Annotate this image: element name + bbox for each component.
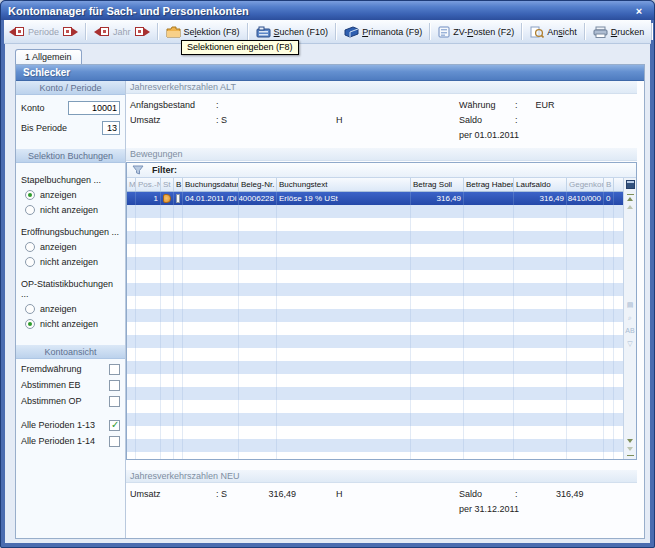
- periode-prev-button[interactable]: [9, 27, 24, 36]
- radio-option-2-1[interactable]: nicht anzeigen: [16, 319, 125, 329]
- radio-button-selected[interactable]: [25, 190, 35, 200]
- cell-gegenkonto: [567, 296, 604, 309]
- column-header-st[interactable]: St: [161, 178, 174, 191]
- zv-posten-button[interactable]: ZV-Posten (F2): [433, 20, 519, 43]
- cell-st: [161, 218, 174, 231]
- checkbox-row-1[interactable]: Abstimmen EB: [16, 379, 125, 391]
- radio-option-2-0[interactable]: anzeigen: [16, 304, 125, 314]
- column-header-b2[interactable]: B: [604, 178, 614, 191]
- empty-row: [127, 322, 623, 335]
- alt-per-date: per 01.01.2011: [459, 130, 519, 140]
- checkbox-row-2[interactable]: Abstimmen OP: [16, 395, 125, 407]
- column-header-m[interactable]: M: [127, 178, 136, 191]
- cell-text: [277, 322, 411, 335]
- column-header-gegenkonto[interactable]: Gegenkonto: [567, 178, 604, 191]
- grid-scrollbar[interactable]: ▤ ⌕ AB ▽: [623, 178, 636, 459]
- scroll-top-icon[interactable]: [627, 194, 634, 195]
- scroll-up-icon[interactable]: [627, 197, 633, 201]
- radio-button[interactable]: [25, 242, 35, 252]
- jahr-next-button[interactable]: [135, 27, 150, 36]
- checkbox-checked[interactable]: [109, 420, 120, 431]
- grid-search-icon[interactable]: ⌕: [628, 313, 632, 322]
- column-header-text[interactable]: Buchungstext: [277, 178, 411, 191]
- cell-b2: [604, 309, 614, 322]
- cell-laufsaldo: [514, 439, 567, 452]
- radio-option-1-1[interactable]: nicht anzeigen: [16, 257, 125, 267]
- checkbox-label: Fremdwährung: [21, 364, 109, 374]
- column-header-datum[interactable]: Buchungsdatum: [183, 178, 239, 191]
- filter-icon[interactable]: [132, 165, 144, 175]
- grid-layout-icon[interactable]: ▤: [627, 300, 634, 309]
- cell-beleg: [239, 348, 277, 361]
- konto-input[interactable]: [68, 101, 120, 115]
- checkbox-row-0[interactable]: Fremdwährung: [16, 363, 125, 375]
- cell-m: [127, 270, 136, 283]
- empty-row: [127, 452, 623, 459]
- empty-row: [127, 387, 623, 400]
- column-header-laufsaldo[interactable]: Laufsaldo: [514, 178, 567, 191]
- scroll-bottom-icon[interactable]: [627, 455, 634, 456]
- cell-m: [127, 400, 136, 413]
- cell-soll: [411, 270, 464, 283]
- konto-periode-header: Konto / Periode: [16, 81, 125, 95]
- radio-option-1-0[interactable]: anzeigen: [16, 242, 125, 252]
- radio-button[interactable]: [25, 304, 35, 314]
- grid-filter-funnel-icon[interactable]: ▽: [627, 339, 632, 348]
- radio-option-0-1[interactable]: nicht anzeigen: [16, 205, 125, 215]
- cell-laufsaldo: [514, 452, 567, 459]
- radio-button[interactable]: [25, 205, 35, 215]
- column-header-soll[interactable]: Betrag Soll: [411, 178, 464, 191]
- cell-laufsaldo: [514, 426, 567, 439]
- ansicht-button[interactable]: Ansicht: [525, 20, 582, 43]
- radio-option-0-0[interactable]: anzeigen: [16, 190, 125, 200]
- cell-haben: [464, 257, 514, 270]
- primanota-button[interactable]: Primanota (F9): [339, 20, 427, 43]
- cell-gegenkonto: [567, 374, 604, 387]
- cell-haben: [464, 439, 514, 452]
- drucken-button[interactable]: Drucken: [588, 20, 650, 43]
- jahr-prev-button[interactable]: [94, 27, 109, 36]
- column-header-b[interactable]: B: [174, 178, 183, 191]
- column-header-pos[interactable]: Pos.-Nr: [136, 178, 161, 191]
- cell-b: [174, 296, 183, 309]
- radio-button[interactable]: [25, 257, 35, 267]
- radio-option-label: nicht anzeigen: [40, 205, 98, 215]
- jvz-alt-block: Anfangsbestand : Umsatz : S H: [126, 94, 637, 148]
- checkbox[interactable]: [109, 396, 120, 407]
- booking-row[interactable]: 104.01.2011 /Di40006228Erlöse 19 % USt31…: [127, 192, 623, 205]
- radio-button-selected[interactable]: [25, 319, 35, 329]
- alt-umsatz-prefix: : S: [216, 115, 240, 125]
- checkbox-row-4[interactable]: Alle Perioden 1-14: [16, 435, 125, 447]
- periode-next-button[interactable]: [63, 27, 78, 36]
- scroll-down-icon[interactable]: [627, 439, 633, 443]
- scroll-page-up-icon[interactable]: [627, 205, 633, 209]
- checkbox[interactable]: [109, 380, 120, 391]
- cell-pos: [136, 335, 161, 348]
- cell-datum: [183, 348, 239, 361]
- cell-b2: [604, 257, 614, 270]
- cell-soll: [411, 296, 464, 309]
- cell-pos: [136, 400, 161, 413]
- cell-gegenkonto: 8410/000: [567, 192, 604, 205]
- bis-periode-input[interactable]: [102, 121, 120, 135]
- cell-soll: [411, 309, 464, 322]
- checkbox[interactable]: [109, 436, 120, 447]
- periode-label: Periode: [26, 27, 61, 37]
- cell-datum: [183, 413, 239, 426]
- cell-laufsaldo: [514, 413, 567, 426]
- column-header-beleg[interactable]: Beleg-Nr.: [239, 178, 277, 191]
- cell-beleg: [239, 400, 277, 413]
- column-header-haben[interactable]: Betrag Haben: [464, 178, 514, 191]
- radio-group-label: OP-Statistikbuchungen ...: [16, 279, 125, 299]
- checkbox-row-3[interactable]: Alle Perioden 1-13: [16, 419, 125, 431]
- cell-datum: [183, 218, 239, 231]
- tab-allgemein[interactable]: 1 Allgemein: [15, 49, 82, 65]
- column-chooser-icon[interactable]: [626, 180, 635, 189]
- cell-laufsaldo: [514, 283, 567, 296]
- scroll-page-down-icon[interactable]: [627, 447, 633, 451]
- grid-sort-icon[interactable]: AB: [625, 326, 634, 335]
- checkbox[interactable]: [109, 364, 120, 375]
- cell-b2: [604, 426, 614, 439]
- close-button[interactable]: ×: [631, 5, 647, 17]
- empty-row: [127, 270, 623, 283]
